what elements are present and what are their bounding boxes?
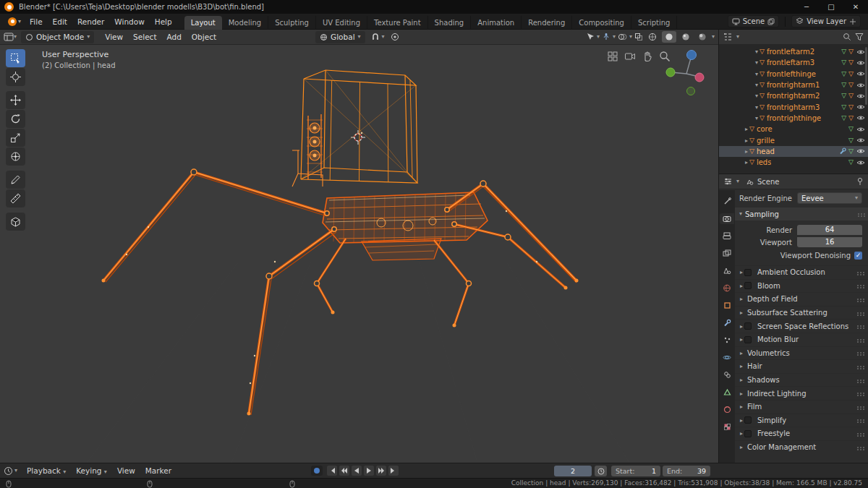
shading-rendered-button[interactable] [695, 31, 710, 43]
snapping-group[interactable]: ▾ [371, 33, 399, 41]
menu-select[interactable]: Select [128, 31, 161, 43]
expand-caret-icon[interactable]: ▸ [745, 126, 748, 132]
next-keyframe-button[interactable] [376, 466, 386, 476]
editor-type-icon[interactable] [4, 33, 14, 41]
shading-wireframe-button[interactable] [645, 31, 660, 43]
section-bloom[interactable]: ▸Bloom [735, 279, 868, 293]
tab-uv-editing[interactable]: UV Editing [316, 16, 367, 30]
auto-keyframe-toggle[interactable] [311, 466, 323, 476]
frame-start-field[interactable]: Start:1 [611, 466, 660, 476]
tab-output-properties[interactable] [720, 231, 734, 241]
tab-sculpting[interactable]: Sculpting [268, 16, 316, 30]
viewport-canvas[interactable]: User Perspective (2) Collection | head [0, 45, 718, 463]
play-button[interactable] [364, 466, 374, 476]
tab-physics-properties[interactable] [720, 352, 734, 363]
search-icon[interactable] [843, 33, 851, 41]
section-color-management[interactable]: ▸Color Management [735, 440, 868, 454]
timeline-editor-icon[interactable] [4, 466, 13, 476]
section-film[interactable]: ▸Film [735, 400, 868, 414]
frame-end-field[interactable]: End:39 [663, 466, 710, 476]
tab-rendering[interactable]: Rendering [522, 16, 572, 30]
new-scene-icon[interactable] [767, 18, 775, 25]
menu-edit[interactable]: Edit [48, 15, 72, 28]
ortho-grid-icon[interactable] [607, 51, 618, 62]
tab-particle-properties[interactable] [720, 335, 734, 346]
close-button[interactable]: ✕ [843, 0, 868, 14]
play-reverse-button[interactable] [352, 466, 362, 476]
menu-object[interactable]: Object [187, 31, 221, 43]
section-checkbox[interactable] [744, 336, 752, 343]
outliner-item-leds[interactable]: ▸▽leds▽ [719, 157, 868, 168]
new-layer-icon[interactable] [849, 18, 856, 25]
eye-icon[interactable] [856, 60, 865, 66]
tab-view-layer-properties[interactable] [720, 248, 734, 259]
tab-animation[interactable]: Animation [471, 16, 522, 30]
tab-texture-paint[interactable]: Texture Paint [367, 16, 428, 30]
expand-caret-icon[interactable]: ▾ [755, 115, 758, 121]
section-checkbox[interactable] [744, 322, 752, 330]
mode-dropdown[interactable]: Object Mode ▾ [21, 31, 94, 43]
gizmo-y-axis[interactable] [666, 68, 675, 77]
outliner-item-grille[interactable]: ▸▽grille▽ [719, 134, 868, 145]
section-simplify[interactable]: ▸Simplify [735, 414, 868, 427]
expand-caret-icon[interactable]: ▾ [755, 93, 758, 99]
section-checkbox[interactable] [744, 269, 752, 276]
pan-hand-icon[interactable] [642, 51, 653, 62]
expand-caret-icon[interactable]: ▾ [755, 71, 758, 77]
tool-move[interactable] [6, 91, 25, 109]
overlays-toggle-icon[interactable] [618, 33, 627, 41]
section-indirect-lighting[interactable]: ▸Indirect Lighting [735, 386, 868, 400]
expand-caret-icon[interactable]: ▾ [755, 82, 758, 88]
outliner-item-frontrightarm3[interactable]: ▾▽frontrightarm3▽▽ [719, 101, 868, 112]
view-layer-selector[interactable]: View Layer [791, 15, 861, 27]
tool-select-box[interactable] [6, 49, 25, 67]
tab-material-properties[interactable] [720, 404, 734, 415]
section-ambient-occlusion[interactable]: ▸Ambient Occlusion [735, 265, 868, 279]
menu-keying[interactable]: Keying ▾ [71, 464, 112, 477]
proportional-editing-icon[interactable] [391, 33, 399, 41]
outliner-item-frontleftarm3[interactable]: ▾▽frontleftarm3▽▽ [719, 57, 868, 68]
tab-world-properties[interactable] [720, 283, 734, 294]
gizmo-toggle-icon[interactable] [602, 33, 610, 41]
section-checkbox[interactable] [744, 282, 752, 289]
outliner-scrollbar[interactable] [865, 47, 867, 105]
menu-window[interactable]: Window [109, 15, 149, 28]
sampling-viewport-field[interactable]: 16 [797, 237, 862, 247]
tab-scene-properties[interactable] [720, 265, 734, 276]
tab-object-data-properties[interactable] [720, 387, 734, 398]
shading-material-button[interactable] [678, 31, 693, 43]
tool-cursor[interactable] [6, 68, 25, 86]
eye-icon[interactable] [856, 82, 865, 88]
tool-scale[interactable] [6, 129, 25, 147]
filter-funnel-icon[interactable] [855, 33, 864, 41]
outliner-item-frontrightarm2[interactable]: ▾▽frontrightarm2▽▽ [719, 90, 868, 101]
menu-help[interactable]: Help [150, 15, 177, 28]
outliner-item-frontrightarm1[interactable]: ▾▽frontrightarm1▽▽ [719, 80, 868, 90]
section-freestyle[interactable]: ▸Freestyle [735, 427, 868, 440]
expand-caret-icon[interactable]: ▸ [745, 148, 748, 155]
expand-caret-icon[interactable]: ▸ [745, 137, 748, 144]
section-volumetrics[interactable]: ▸Volumetrics [735, 346, 868, 360]
eye-icon[interactable] [856, 71, 865, 77]
expand-caret-icon[interactable]: ▾ [755, 104, 758, 111]
navigation-gizmo[interactable] [659, 46, 715, 103]
eye-icon[interactable] [856, 49, 865, 55]
outliner-editor-icon[interactable] [723, 33, 733, 41]
expand-caret-icon[interactable]: ▸ [745, 159, 748, 166]
tab-modifier-properties[interactable] [720, 317, 734, 328]
jump-to-start-button[interactable] [327, 466, 337, 476]
eye-icon[interactable] [856, 137, 865, 143]
tab-scripting[interactable]: Scripting [631, 16, 677, 30]
tab-object-properties[interactable] [720, 300, 734, 311]
minimize-button[interactable]: ─ [794, 0, 819, 14]
outliner-item-frontleftarm2[interactable]: ▾▽frontleftarm2▽▽ [719, 46, 868, 57]
eye-icon[interactable] [856, 115, 865, 121]
menu-file[interactable]: File [25, 15, 48, 28]
eye-icon[interactable] [856, 160, 865, 166]
section-depth-of-field[interactable]: ▸Depth of Field [735, 292, 868, 306]
tab-render-properties[interactable] [720, 213, 734, 224]
tool-transform[interactable] [6, 147, 25, 166]
tab-texture-properties[interactable] [720, 421, 734, 432]
maximize-button[interactable]: □ [819, 0, 843, 14]
current-frame-field[interactable]: 2 [554, 466, 592, 476]
